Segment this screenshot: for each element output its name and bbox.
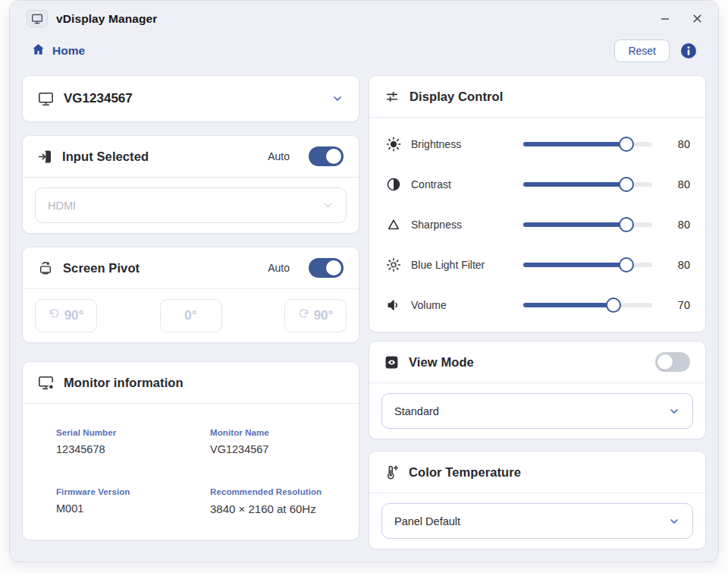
brightness-value: 80 (652, 138, 690, 150)
sharpness-icon (384, 217, 402, 232)
sharpness-label: Sharpness (411, 219, 523, 231)
left-column: VG1234567 Input Selected Auto (22, 75, 359, 549)
slider-thumb[interactable] (619, 177, 634, 192)
monitor-information-card: Monitor information Serial Number 123456… (22, 361, 359, 540)
color-temperature-value: Panel Default (394, 515, 460, 527)
app-window: vDisplay Manager Home Reset (9, 0, 719, 562)
slider-thumb[interactable] (619, 137, 634, 152)
pivot-auto-toggle[interactable] (309, 258, 344, 278)
minimize-button[interactable] (659, 13, 671, 25)
monitor-icon (38, 92, 54, 106)
home-label: Home (52, 44, 85, 58)
brightness-icon (384, 137, 402, 152)
view-mode-card: View Mode Standard (369, 341, 706, 439)
input-auto-label: Auto (268, 150, 290, 162)
monitor-info-icon (38, 376, 54, 390)
slider-thumb[interactable] (619, 257, 634, 272)
input-source-icon (38, 150, 52, 164)
chevron-down-icon (668, 515, 680, 527)
monitor-information-title: Monitor information (64, 376, 184, 390)
sharpness-value: 80 (652, 219, 690, 231)
chevron-down-icon (322, 200, 334, 211)
display-control-icon (384, 90, 400, 104)
display-control-card: Display Control B (369, 75, 706, 332)
rotate-cw-90-button[interactable]: 90° (284, 299, 347, 332)
contrast-label: Contrast (411, 178, 523, 190)
info-field-recommended-resolution: Recommended Resolution 3840 × 2160 at 60… (210, 487, 344, 515)
title-bar: vDisplay Manager (10, 1, 718, 30)
color-temperature-card: Color Temperature Panel Default (369, 451, 706, 549)
field-label: Firmware Version (56, 487, 210, 496)
blue-light-filter-icon (384, 257, 402, 272)
sharpness-slider[interactable] (523, 217, 652, 232)
volume-icon (384, 298, 402, 313)
rotate-ccw-icon (49, 308, 60, 323)
brightness-label: Brightness (411, 138, 523, 150)
app-logo-monitor-icon (27, 10, 48, 27)
view-mode-dropdown[interactable]: Standard (381, 393, 693, 429)
rotate-ccw-90-button[interactable]: 90° (35, 299, 97, 332)
info-field-monitor-name: Monitor Name VG1234567 (210, 428, 344, 455)
view-mode-value: Standard (394, 405, 439, 417)
sharpness-row: Sharpness 80 (384, 204, 690, 244)
home-icon (31, 43, 46, 59)
input-source-value: HDMI (48, 200, 76, 212)
main-content: VG1234567 Input Selected Auto (10, 65, 718, 549)
color-temperature-dropdown[interactable]: Panel Default (381, 503, 693, 539)
view-mode-icon (384, 355, 399, 370)
field-value: 3840 × 2160 at 60Hz (210, 502, 344, 515)
blue-light-filter-label: Blue Light Filter (411, 259, 523, 271)
volume-slider[interactable] (523, 298, 652, 313)
blue-light-filter-slider[interactable] (523, 257, 652, 272)
view-mode-toggle[interactable] (655, 352, 690, 372)
chevron-down-icon (331, 93, 344, 105)
brightness-row: Brightness 80 (384, 124, 690, 164)
field-value: M001 (56, 502, 210, 515)
screen-pivot-title: Screen Pivot (63, 261, 140, 275)
contrast-icon (384, 177, 402, 192)
contrast-value: 80 (652, 178, 690, 190)
rotate-0-button[interactable]: 0° (160, 299, 222, 332)
display-control-title: Display Control (410, 90, 503, 104)
field-value: VG1234567 (210, 443, 344, 455)
chevron-down-icon (668, 405, 680, 417)
info-field-serial-number: Serial Number 12345678 (56, 428, 210, 455)
slider-thumb[interactable] (619, 217, 634, 232)
screen-pivot-card: Screen Pivot Auto 90° 0° (22, 247, 359, 343)
volume-label: Volume (411, 299, 523, 311)
volume-row: Volume 70 (384, 285, 690, 325)
info-field-firmware-version: Firmware Version M001 (56, 487, 210, 515)
input-selected-card: Input Selected Auto HDMI (22, 135, 359, 234)
info-icon[interactable] (680, 43, 697, 59)
blue-light-filter-value: 80 (652, 259, 690, 271)
color-temperature-title: Color Temperature (409, 465, 521, 480)
input-selected-title: Input Selected (62, 150, 149, 164)
slider-thumb[interactable] (606, 298, 621, 313)
right-column: Display Control B (369, 75, 706, 549)
blue-light-filter-row: Blue Light Filter 80 (384, 244, 690, 285)
pivot-auto-label: Auto (268, 262, 290, 274)
home-breadcrumb[interactable]: Home (31, 43, 85, 59)
app-title: vDisplay Manager (56, 12, 157, 26)
monitor-selector-dropdown[interactable]: VG1234567 (22, 75, 359, 122)
brightness-slider[interactable] (523, 137, 652, 152)
selected-monitor-name: VG1234567 (64, 91, 133, 106)
input-auto-toggle[interactable] (309, 146, 344, 166)
field-label: Serial Number (56, 428, 210, 437)
input-source-dropdown[interactable]: HDMI (35, 187, 347, 223)
view-mode-title: View Mode (409, 355, 474, 370)
field-label: Recommended Resolution (210, 487, 344, 496)
volume-value: 70 (652, 299, 690, 311)
close-button[interactable] (691, 13, 703, 25)
rotate-cw-icon (298, 308, 309, 323)
contrast-slider[interactable] (523, 177, 652, 192)
contrast-row: Contrast 80 (384, 164, 690, 204)
screen-pivot-icon (38, 261, 53, 275)
field-label: Monitor Name (210, 428, 344, 437)
reset-button[interactable]: Reset (614, 39, 670, 62)
toolbar: Home Reset (10, 30, 718, 65)
field-value: 12345678 (56, 443, 210, 455)
color-temperature-icon (384, 464, 399, 480)
